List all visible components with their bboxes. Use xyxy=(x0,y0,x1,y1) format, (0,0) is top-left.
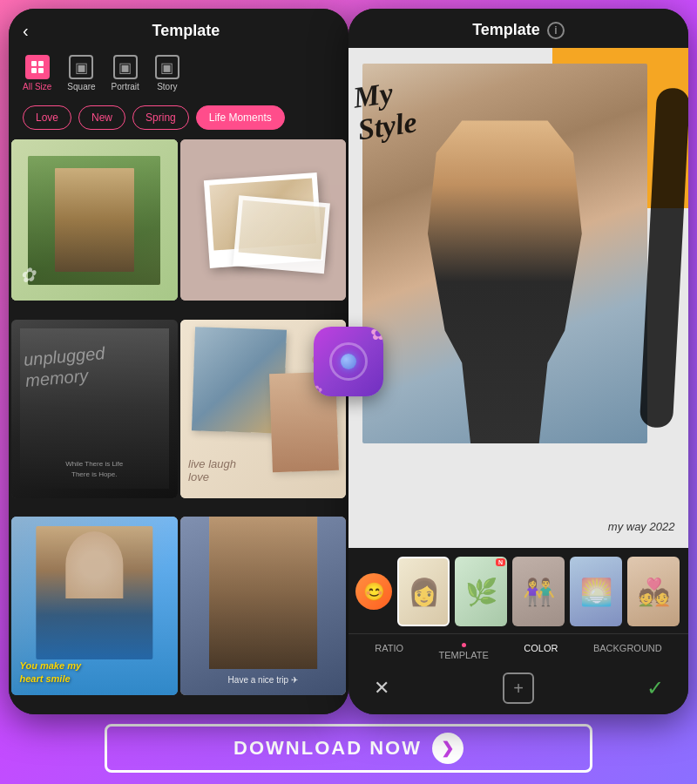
story-label: Story xyxy=(157,82,177,91)
confirm-icon: ✓ xyxy=(646,676,664,700)
right-phone-bottom: 😊 👩 N 🌿 👫 🌅 � xyxy=(348,548,688,714)
portrait-label: Portrait xyxy=(112,82,139,91)
category-tabs: Love New Spring Life Moments xyxy=(9,98,348,137)
preview-script-text: MyStyle xyxy=(351,74,419,147)
add-icon: + xyxy=(513,679,524,699)
size-tabs: All Size ▣ Square ▣ Portrait ▣ xyxy=(9,50,348,98)
cancel-icon: ✕ xyxy=(374,677,389,700)
app-icon-dot xyxy=(341,354,356,369)
cancel-button[interactable]: ✕ xyxy=(366,672,397,704)
tab-background-label: BACKGROUND xyxy=(593,643,662,653)
square-icon: ▣ xyxy=(69,55,93,79)
thumb-3-content: 👫 xyxy=(512,557,565,626)
app-wrapper: ‹ Template All Size xyxy=(0,0,697,784)
tab-background[interactable]: BACKGROUND xyxy=(593,643,662,660)
info-icon[interactable]: i xyxy=(547,22,565,39)
tab-color-label: COLOR xyxy=(524,643,558,653)
thumb-2-content: 🌿 xyxy=(455,557,507,626)
download-button[interactable]: DOWNLOAD NOW ❯ xyxy=(105,724,592,773)
all-size-label: All Size xyxy=(23,82,51,91)
size-tab-portrait[interactable]: ▣ Portrait xyxy=(112,55,139,91)
back-button[interactable]: ‹ xyxy=(23,21,29,41)
bottom-nav-tabs: RATIO TEMPLATE COLOR BACKGROUND xyxy=(348,633,688,666)
all-size-icon xyxy=(25,55,50,79)
right-phone-title: Template xyxy=(472,21,540,39)
right-phone-header: Template i xyxy=(348,9,688,48)
cat-life-moments[interactable]: Life Moments xyxy=(196,105,285,130)
size-tab-all[interactable]: All Size xyxy=(23,55,51,91)
tab-template-label: TEMPLATE xyxy=(439,650,489,660)
thumb-5-content: 💑 xyxy=(627,557,680,626)
thumb-3[interactable]: 👫 xyxy=(512,557,565,626)
size-tab-story[interactable]: ▣ Story xyxy=(155,55,179,91)
thumb-1-content: 👩 xyxy=(399,558,448,625)
app-icon[interactable] xyxy=(314,327,383,396)
thumb-1[interactable]: 👩 xyxy=(397,557,450,626)
template-2[interactable] xyxy=(180,139,347,301)
thumb-4-content: 🌅 xyxy=(570,557,622,626)
template-1[interactable]: ✿ xyxy=(11,139,178,301)
add-button[interactable]: + xyxy=(503,672,534,704)
confirm-button[interactable]: ✓ xyxy=(639,672,671,704)
preview-caption: my way 2022 xyxy=(608,520,675,533)
bottom-actions: ✕ + ✓ xyxy=(348,666,688,714)
cat-new[interactable]: New xyxy=(78,105,125,130)
thumb-5[interactable]: 💑 xyxy=(627,557,680,626)
phones-container: ‹ Template All Size xyxy=(9,9,688,714)
size-tab-square[interactable]: ▣ Square xyxy=(67,55,95,91)
template-5[interactable]: You make myheart smile xyxy=(11,517,178,695)
tab-template-dot xyxy=(462,643,466,647)
square-label: Square xyxy=(67,82,95,91)
preview-area: MyStyle my way 2022 xyxy=(348,48,688,548)
left-phone: ‹ Template All Size xyxy=(9,9,348,714)
download-bar: DOWNLOAD NOW ❯ xyxy=(9,721,688,775)
tab-color[interactable]: COLOR xyxy=(524,643,558,660)
template-thumbnails: 😊 👩 N 🌿 👫 🌅 � xyxy=(348,548,688,633)
thumb-4[interactable]: 🌅 xyxy=(570,557,622,626)
svg-rect-0 xyxy=(31,61,37,66)
svg-rect-3 xyxy=(38,68,44,73)
left-phone-title: Template xyxy=(37,22,335,40)
thumb-2[interactable]: N 🌿 xyxy=(455,557,507,626)
template-3[interactable]: unpluggedmemory While There is LifeThere… xyxy=(11,320,178,498)
svg-rect-2 xyxy=(31,68,37,73)
app-icon-inner xyxy=(329,342,368,381)
download-arrow-icon: ❯ xyxy=(441,739,454,758)
download-button-text: DOWNLOAD NOW xyxy=(233,737,422,760)
cat-love[interactable]: Love xyxy=(23,105,71,130)
download-arrow: ❯ xyxy=(432,733,464,764)
left-phone-header: ‹ Template xyxy=(9,9,348,50)
tab-ratio[interactable]: RATIO xyxy=(375,643,403,660)
template-6[interactable]: Have a nice trip ✈ xyxy=(180,517,347,695)
cat-spring[interactable]: Spring xyxy=(132,105,189,130)
template-grid: ✿ unpluggedmemory Whi xyxy=(9,137,348,714)
svg-rect-1 xyxy=(38,61,44,66)
thumb-avatar[interactable]: 😊 xyxy=(355,573,392,610)
tab-template[interactable]: TEMPLATE xyxy=(439,643,489,660)
right-phone: Template i MyStyle xyxy=(348,9,688,714)
story-icon: ▣ xyxy=(155,55,179,79)
avatar-emoji: 😊 xyxy=(363,581,385,602)
portrait-icon: ▣ xyxy=(113,55,138,79)
tab-ratio-label: RATIO xyxy=(375,643,403,653)
app-icon-container xyxy=(314,327,383,396)
